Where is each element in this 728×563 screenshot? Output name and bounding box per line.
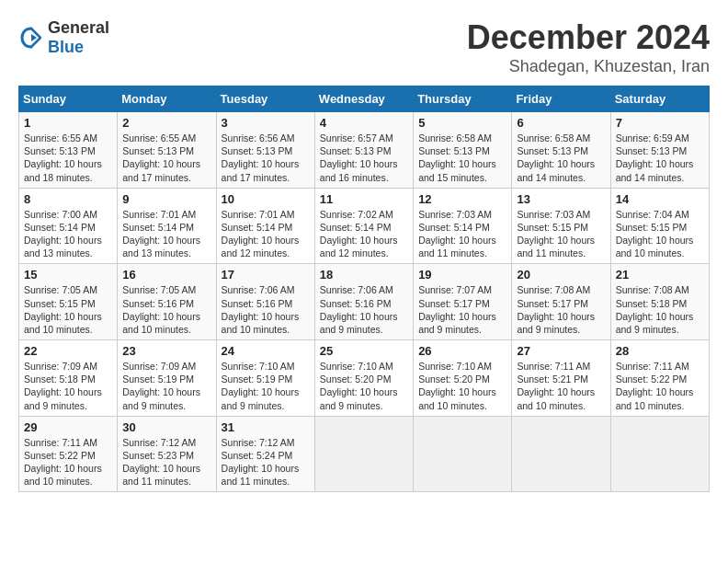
day-info: Sunrise: 7:06 AM Sunset: 5:16 PM Dayligh… — [222, 283, 310, 336]
table-row: 3 Sunrise: 6:56 AM Sunset: 5:13 PM Dayli… — [216, 112, 314, 189]
table-row: 25 Sunrise: 7:10 AM Sunset: 5:20 PM Dayl… — [314, 340, 413, 417]
table-row: 11 Sunrise: 7:02 AM Sunset: 5:14 PM Dayl… — [314, 188, 413, 264]
logo: General Blue — [18, 18, 109, 57]
day-number: 9 — [122, 192, 210, 206]
day-info: Sunrise: 7:01 AM Sunset: 5:14 PM Dayligh… — [222, 208, 310, 260]
table-row: 22 Sunrise: 7:09 AM Sunset: 5:18 PM Dayl… — [19, 340, 118, 417]
day-number: 22 — [24, 344, 112, 358]
day-info: Sunrise: 7:05 AM Sunset: 5:16 PM Dayligh… — [122, 283, 210, 336]
table-row: 12 Sunrise: 7:03 AM Sunset: 5:14 PM Dayl… — [414, 188, 512, 264]
day-info: Sunrise: 6:55 AM Sunset: 5:13 PM Dayligh… — [122, 132, 210, 184]
day-info: Sunrise: 7:03 AM Sunset: 5:14 PM Dayligh… — [418, 208, 506, 260]
day-number: 2 — [122, 116, 210, 130]
logo-wordmark: General Blue — [48, 18, 109, 57]
day-info: Sunrise: 7:01 AM Sunset: 5:14 PM Dayligh… — [122, 208, 210, 260]
page-header: General Blue December 2024 Shadegan, Khu… — [18, 18, 710, 76]
table-row — [512, 416, 610, 492]
day-info: Sunrise: 7:06 AM Sunset: 5:16 PM Dayligh… — [320, 283, 408, 336]
table-row: 5 Sunrise: 6:58 AM Sunset: 5:13 PM Dayli… — [414, 112, 512, 189]
day-info: Sunrise: 7:11 AM Sunset: 5:22 PM Dayligh… — [24, 436, 112, 488]
table-row: 7 Sunrise: 6:59 AM Sunset: 5:13 PM Dayli… — [610, 112, 709, 189]
table-row: 8 Sunrise: 7:00 AM Sunset: 5:14 PM Dayli… — [19, 188, 118, 264]
title-block: December 2024 Shadegan, Khuzestan, Iran — [467, 18, 710, 76]
table-row: 15 Sunrise: 7:05 AM Sunset: 5:15 PM Dayl… — [19, 264, 118, 340]
table-row: 2 Sunrise: 6:55 AM Sunset: 5:13 PM Dayli… — [118, 112, 216, 189]
col-tuesday: Tuesday — [216, 86, 314, 112]
col-friday: Friday — [512, 86, 610, 112]
table-row — [610, 416, 709, 492]
day-number: 7 — [616, 116, 704, 130]
table-row: 23 Sunrise: 7:09 AM Sunset: 5:19 PM Dayl… — [118, 340, 216, 417]
day-number: 29 — [24, 420, 112, 434]
day-info: Sunrise: 7:02 AM Sunset: 5:14 PM Dayligh… — [320, 208, 408, 260]
table-row: 13 Sunrise: 7:03 AM Sunset: 5:15 PM Dayl… — [512, 188, 610, 264]
table-row: 28 Sunrise: 7:11 AM Sunset: 5:22 PM Dayl… — [610, 340, 709, 417]
day-number: 24 — [222, 344, 310, 358]
day-number: 31 — [222, 420, 310, 434]
day-number: 25 — [320, 344, 408, 358]
table-row: 19 Sunrise: 7:07 AM Sunset: 5:17 PM Dayl… — [414, 264, 512, 340]
day-number: 21 — [616, 268, 704, 282]
day-info: Sunrise: 7:12 AM Sunset: 5:23 PM Dayligh… — [122, 436, 210, 488]
day-info: Sunrise: 6:55 AM Sunset: 5:13 PM Dayligh… — [24, 132, 112, 184]
day-number: 10 — [222, 192, 310, 206]
table-row: 6 Sunrise: 6:58 AM Sunset: 5:13 PM Dayli… — [512, 112, 610, 189]
table-row: 14 Sunrise: 7:04 AM Sunset: 5:15 PM Dayl… — [610, 188, 709, 264]
day-number: 13 — [517, 192, 605, 206]
day-info: Sunrise: 7:08 AM Sunset: 5:17 PM Dayligh… — [517, 283, 605, 336]
day-info: Sunrise: 6:56 AM Sunset: 5:13 PM Dayligh… — [222, 132, 310, 184]
day-number: 11 — [320, 192, 408, 206]
table-row: 24 Sunrise: 7:10 AM Sunset: 5:19 PM Dayl… — [216, 340, 314, 417]
table-row: 21 Sunrise: 7:08 AM Sunset: 5:18 PM Dayl… — [610, 264, 709, 340]
col-thursday: Thursday — [414, 86, 512, 112]
day-info: Sunrise: 7:10 AM Sunset: 5:20 PM Dayligh… — [418, 360, 506, 412]
day-number: 8 — [24, 192, 112, 206]
col-sunday: Sunday — [19, 86, 118, 112]
day-info: Sunrise: 7:00 AM Sunset: 5:14 PM Dayligh… — [24, 208, 112, 260]
month-title: December 2024 — [467, 18, 710, 57]
table-row: 31 Sunrise: 7:12 AM Sunset: 5:24 PM Dayl… — [216, 416, 314, 492]
table-row: 9 Sunrise: 7:01 AM Sunset: 5:14 PM Dayli… — [118, 188, 216, 264]
day-info: Sunrise: 7:05 AM Sunset: 5:15 PM Dayligh… — [24, 283, 112, 336]
table-row: 10 Sunrise: 7:01 AM Sunset: 5:14 PM Dayl… — [216, 188, 314, 264]
table-row — [414, 416, 512, 492]
table-row: 4 Sunrise: 6:57 AM Sunset: 5:13 PM Dayli… — [314, 112, 413, 189]
calendar-header-row: Sunday Monday Tuesday Wednesday Thursday… — [19, 86, 710, 112]
day-number: 19 — [418, 268, 506, 282]
calendar-table: Sunday Monday Tuesday Wednesday Thursday… — [18, 86, 710, 492]
day-number: 14 — [616, 192, 704, 206]
day-number: 20 — [517, 268, 605, 282]
col-monday: Monday — [118, 86, 216, 112]
day-number: 5 — [418, 116, 506, 130]
day-info: Sunrise: 7:11 AM Sunset: 5:22 PM Dayligh… — [616, 360, 704, 412]
day-number: 1 — [24, 116, 112, 130]
day-info: Sunrise: 6:57 AM Sunset: 5:13 PM Dayligh… — [320, 132, 408, 184]
table-row: 18 Sunrise: 7:06 AM Sunset: 5:16 PM Dayl… — [314, 264, 413, 340]
day-info: Sunrise: 6:58 AM Sunset: 5:13 PM Dayligh… — [517, 132, 605, 184]
day-number: 3 — [222, 116, 310, 130]
col-saturday: Saturday — [610, 86, 709, 112]
day-info: Sunrise: 6:58 AM Sunset: 5:13 PM Dayligh… — [418, 132, 506, 184]
day-number: 23 — [122, 344, 210, 358]
day-info: Sunrise: 6:59 AM Sunset: 5:13 PM Dayligh… — [616, 132, 704, 184]
day-number: 17 — [222, 268, 310, 282]
day-info: Sunrise: 7:09 AM Sunset: 5:19 PM Dayligh… — [122, 360, 210, 412]
table-row: 16 Sunrise: 7:05 AM Sunset: 5:16 PM Dayl… — [118, 264, 216, 340]
day-info: Sunrise: 7:08 AM Sunset: 5:18 PM Dayligh… — [616, 283, 704, 336]
day-info: Sunrise: 7:04 AM Sunset: 5:15 PM Dayligh… — [616, 208, 704, 260]
day-number: 30 — [122, 420, 210, 434]
day-info: Sunrise: 7:11 AM Sunset: 5:21 PM Dayligh… — [517, 360, 605, 412]
table-row: 30 Sunrise: 7:12 AM Sunset: 5:23 PM Dayl… — [118, 416, 216, 492]
table-row: 27 Sunrise: 7:11 AM Sunset: 5:21 PM Dayl… — [512, 340, 610, 417]
table-row: 17 Sunrise: 7:06 AM Sunset: 5:16 PM Dayl… — [216, 264, 314, 340]
table-row — [314, 416, 413, 492]
day-number: 12 — [418, 192, 506, 206]
day-number: 26 — [418, 344, 506, 358]
logo-blue: Blue — [48, 38, 84, 56]
day-number: 4 — [320, 116, 408, 130]
day-number: 27 — [517, 344, 605, 358]
table-row: 26 Sunrise: 7:10 AM Sunset: 5:20 PM Dayl… — [414, 340, 512, 417]
day-number: 18 — [320, 268, 408, 282]
location-title: Shadegan, Khuzestan, Iran — [467, 57, 710, 76]
table-row: 20 Sunrise: 7:08 AM Sunset: 5:17 PM Dayl… — [512, 264, 610, 340]
